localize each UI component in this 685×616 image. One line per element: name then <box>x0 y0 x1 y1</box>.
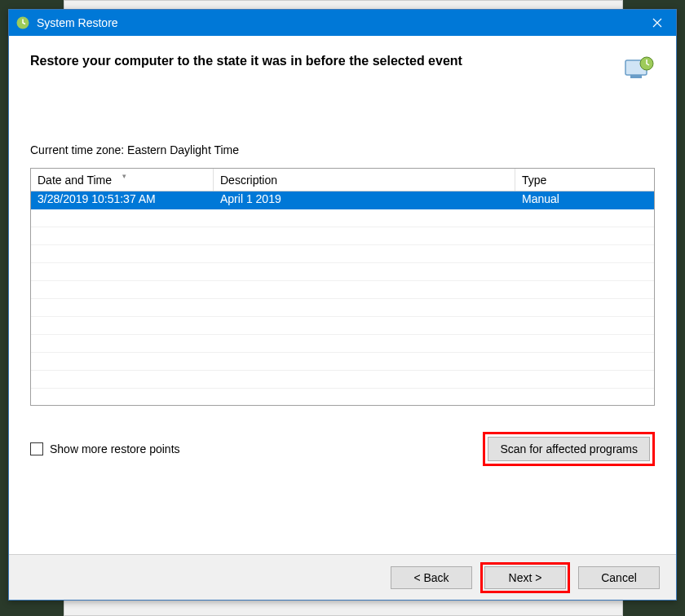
wizard-footer: < Back Next > Cancel <box>9 554 676 600</box>
header: Restore your computer to the state it wa… <box>9 36 676 101</box>
table-header: Date and Time ▾ Description Type <box>31 169 654 191</box>
next-button[interactable]: Next > <box>484 566 566 589</box>
table-row <box>31 389 654 405</box>
table-row <box>31 263 654 281</box>
instruction-text: Restore your computer to the state it wa… <box>30 54 612 68</box>
table-row <box>31 317 654 335</box>
system-restore-icon <box>15 15 30 30</box>
column-description[interactable]: Description <box>214 169 515 191</box>
column-date[interactable]: Date and Time ▾ <box>31 169 214 191</box>
table-row <box>31 353 654 371</box>
table-row <box>31 299 654 317</box>
column-type[interactable]: Type <box>515 169 654 191</box>
back-button[interactable]: < Back <box>391 566 472 589</box>
restore-computer-icon <box>622 54 655 86</box>
table-row <box>31 245 654 263</box>
restore-points-table: Date and Time ▾ Description Type 3/28/20… <box>30 168 655 406</box>
highlight-scan: Scan for affected programs <box>483 432 655 466</box>
system-restore-window: System Restore Restore your computer to … <box>8 9 677 601</box>
table-row <box>31 281 654 299</box>
close-button[interactable] <box>639 10 676 36</box>
timezone-label: Current time zone: Eastern Daylight Time <box>30 143 655 156</box>
window-title: System Restore <box>37 16 639 29</box>
highlight-next: Next > <box>480 562 570 593</box>
scan-affected-button[interactable]: Scan for affected programs <box>488 437 650 461</box>
sort-indicator-icon: ▾ <box>122 172 126 180</box>
checkbox-icon <box>30 442 43 455</box>
table-row <box>31 335 654 353</box>
show-more-checkbox[interactable]: Show more restore points <box>30 442 180 455</box>
table-row <box>31 371 654 389</box>
table-row <box>31 209 654 227</box>
table-row[interactable]: 3/28/2019 10:51:37 AMApril 1 2019Manual <box>31 191 654 209</box>
table-row <box>31 227 654 245</box>
show-more-label: Show more restore points <box>50 442 180 455</box>
table-body: 3/28/2019 10:51:37 AMApril 1 2019Manual <box>31 191 654 405</box>
close-icon <box>652 18 662 28</box>
cancel-button[interactable]: Cancel <box>578 566 660 589</box>
titlebar: System Restore <box>9 10 676 36</box>
svg-rect-2 <box>630 75 642 78</box>
